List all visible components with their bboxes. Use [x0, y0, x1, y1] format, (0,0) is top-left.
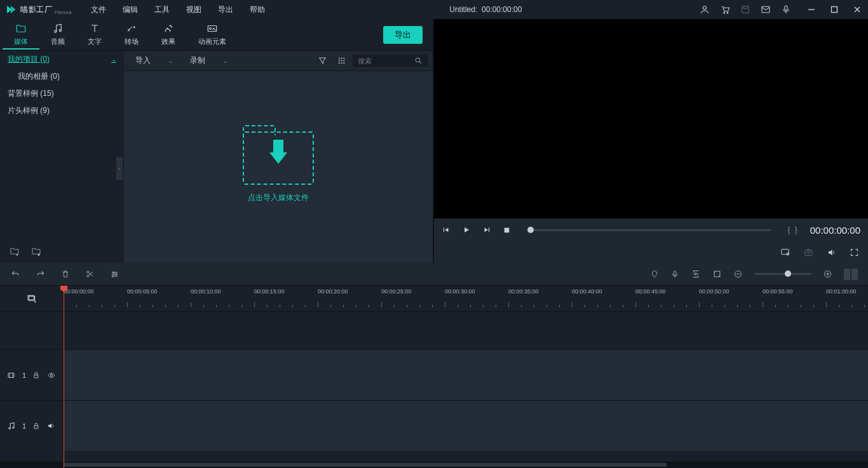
tab-effects-label: 效果 [161, 37, 175, 46]
svg-rect-51 [34, 425, 38, 429]
audio-mixer-button[interactable] [691, 269, 701, 279]
ruler-tick: 00:00:40:00 [572, 288, 602, 295]
add-folder-icon[interactable] [9, 246, 20, 257]
import-dropzone[interactable]: 点击导入媒体文件 [124, 71, 433, 263]
track-mute-icon[interactable] [46, 422, 56, 430]
tab-media[interactable]: 媒体 [3, 20, 39, 50]
mic-icon[interactable] [780, 4, 792, 15]
volume-button[interactable] [827, 248, 837, 257]
tab-text[interactable]: 文字 [76, 20, 113, 49]
preview-scrubber[interactable] [527, 229, 771, 231]
timeline-view-toggle[interactable] [844, 269, 858, 280]
playhead[interactable] [64, 286, 64, 468]
preview-timecode: 00:00:00:00 [810, 225, 860, 236]
svg-point-22 [343, 62, 344, 64]
track-visibility-icon[interactable] [46, 371, 57, 379]
tab-elements[interactable]: 动画元素 [187, 20, 238, 49]
svg-point-13 [210, 28, 212, 30]
video-track-number: 1 [22, 371, 26, 379]
import-dropdown[interactable]: 导入 ⌄ [129, 53, 180, 68]
redo-button[interactable] [36, 270, 46, 279]
menu-view[interactable]: 视图 [179, 1, 209, 18]
split-button[interactable] [85, 269, 95, 279]
app-subname: Filmora [55, 10, 72, 15]
snapshot-button[interactable] [803, 248, 814, 257]
save-icon[interactable] [740, 4, 751, 15]
project-name: Untitled: [449, 5, 477, 14]
zoom-out-button[interactable] [733, 269, 743, 279]
audio-track-1[interactable]: 1 [0, 400, 868, 451]
stop-button[interactable] [503, 226, 511, 234]
text-icon [89, 23, 100, 34]
tab-elements-label: 动画元素 [198, 37, 226, 46]
ruler-tick: 00:00:15:00 [254, 288, 285, 295]
fullscreen-button[interactable] [850, 248, 859, 257]
track-lock-icon[interactable] [32, 422, 40, 431]
adjust-button[interactable] [110, 270, 119, 279]
export-button[interactable]: 导出 [383, 26, 423, 44]
dropzone-folder-icon [243, 131, 314, 185]
add-track-button[interactable] [26, 293, 37, 304]
timeline-ruler[interactable]: 00:00:00:0000:00:05:0000:00:10:0000:00:1… [64, 286, 868, 311]
search-icon[interactable] [414, 57, 423, 65]
svg-point-1 [724, 12, 725, 13]
voiceover-button[interactable] [670, 269, 679, 279]
asset-panel: 媒体 音频 文字 转场 效果 动画元素 导出 [0, 19, 434, 263]
search-input[interactable] [358, 57, 414, 65]
menu-edit[interactable]: 编辑 [115, 1, 146, 18]
grid-view-button[interactable] [334, 53, 349, 69]
svg-point-30 [87, 271, 89, 273]
tab-transitions-label: 转场 [125, 37, 139, 46]
account-icon[interactable] [699, 4, 710, 15]
delete-button[interactable] [61, 269, 70, 279]
svg-rect-47 [34, 375, 38, 378]
tree-bg-samples-label: 背景样例 (15) [8, 88, 54, 99]
tree-intro-samples[interactable]: 片头样例 (9) [0, 102, 124, 119]
display-settings-button[interactable] [780, 248, 790, 257]
menu-file[interactable]: 文件 [83, 1, 114, 18]
menu-help[interactable]: 帮助 [242, 1, 273, 18]
asset-tabs: 媒体 音频 文字 转场 效果 动画元素 导出 [0, 19, 433, 51]
message-icon[interactable] [760, 4, 771, 15]
svg-point-14 [338, 58, 339, 59]
tree-collapse-handle[interactable]: ‹ [116, 157, 123, 180]
tree-my-project[interactable]: 我的项目 (0) ⌄ [0, 51, 124, 68]
prev-frame-button[interactable] [442, 225, 451, 234]
tab-transitions[interactable]: 转场 [113, 20, 150, 49]
tab-audio[interactable]: 音频 [39, 20, 76, 49]
zoom-slider[interactable] [754, 273, 811, 275]
undo-button[interactable] [10, 270, 20, 279]
document-title: Untitled: 00:00:00:00 [273, 5, 699, 14]
preview-viewport[interactable] [434, 19, 868, 218]
svg-rect-25 [505, 227, 510, 232]
maximize-button[interactable] [829, 4, 840, 15]
remove-folder-icon[interactable] [31, 246, 42, 257]
next-frame-button[interactable] [482, 225, 491, 234]
tab-effects[interactable]: 效果 [150, 20, 187, 49]
svg-rect-5 [785, 6, 787, 10]
tab-text-label: 文字 [88, 37, 102, 46]
minimize-button[interactable] [806, 4, 817, 15]
tree-my-album[interactable]: 我的相册 (0) [0, 68, 124, 85]
crop-button[interactable] [712, 269, 722, 279]
cart-icon[interactable] [719, 4, 731, 15]
svg-point-32 [113, 271, 114, 272]
record-dropdown[interactable]: 录制 ⌄ [184, 53, 234, 68]
track-lock-icon[interactable] [32, 371, 40, 380]
menu-tools[interactable]: 工具 [147, 1, 177, 18]
menu-export[interactable]: 导出 [210, 1, 241, 18]
svg-point-31 [87, 275, 89, 277]
marker-brackets[interactable]: { } [787, 225, 798, 234]
search-box[interactable] [353, 55, 428, 67]
ruler-head [0, 286, 64, 311]
timeline-scrollbar[interactable] [0, 462, 868, 468]
tree-bg-samples[interactable]: 背景样例 (15) [0, 85, 124, 102]
audio-track-icon [7, 422, 16, 431]
video-track-1[interactable]: 1 [0, 349, 868, 400]
preview-controls: { } 00:00:00:00 [434, 218, 868, 241]
filter-button[interactable] [315, 53, 330, 69]
play-button[interactable] [462, 225, 471, 234]
close-button[interactable] [851, 4, 863, 15]
zoom-in-button[interactable] [823, 269, 832, 279]
marker-button[interactable] [650, 269, 659, 279]
